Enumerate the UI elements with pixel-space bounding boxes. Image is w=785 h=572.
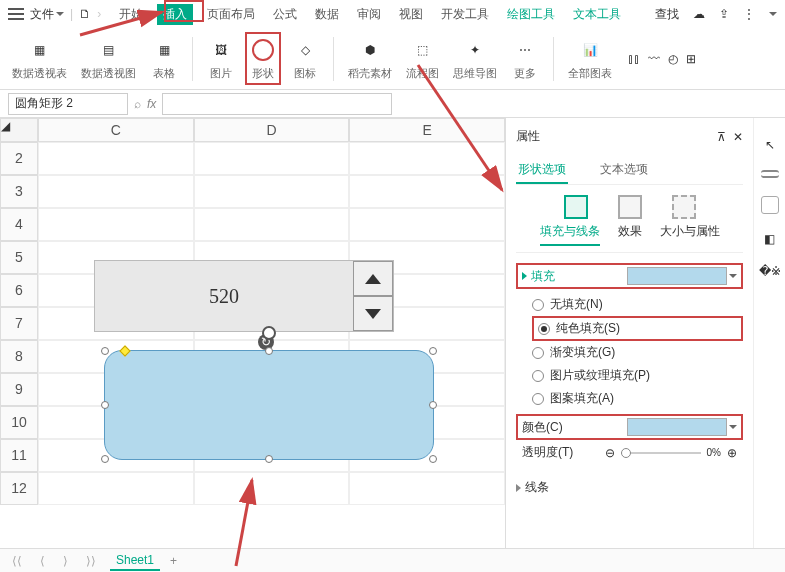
next-sheet-button[interactable]: ⟩ <box>59 554 72 568</box>
last-sheet-button[interactable]: ⟩⟩ <box>82 554 100 568</box>
fill-color-swatch[interactable] <box>627 267 727 285</box>
opacity-slider[interactable] <box>621 452 701 454</box>
row-10[interactable]: 10 <box>0 406 38 439</box>
add-sheet-button[interactable]: + <box>170 554 177 568</box>
spin-up-button[interactable] <box>353 261 393 296</box>
resize-handle[interactable] <box>265 347 273 355</box>
fill-line-icon[interactable] <box>564 195 588 219</box>
col-c[interactable]: C <box>38 118 194 142</box>
tool-icon[interactable] <box>761 196 779 214</box>
name-box[interactable]: 圆角矩形 2 <box>8 93 128 115</box>
line-section-header[interactable]: 线条 <box>516 475 743 500</box>
resize-handle[interactable] <box>429 347 437 355</box>
row-5[interactable]: 5 <box>0 241 38 274</box>
subtab-effects[interactable]: 效果 <box>618 223 642 246</box>
resize-handle[interactable] <box>429 401 437 409</box>
row-8[interactable]: 8 <box>0 340 38 373</box>
rib-pivotchart[interactable]: ▤数据透视图 <box>77 36 140 81</box>
rib-more[interactable]: ⋯更多 <box>507 36 543 81</box>
tab-view[interactable]: 视图 <box>395 4 427 25</box>
panel-tab-shape[interactable]: 形状选项 <box>516 157 568 184</box>
settings-tool-icon[interactable] <box>761 170 779 178</box>
chart-misc-icon[interactable]: ⊞ <box>686 52 696 66</box>
radio-solid-fill[interactable]: 纯色填充(S) <box>532 316 743 341</box>
close-icon[interactable]: ✕ <box>733 130 743 144</box>
rib-icon[interactable]: ◇图标 <box>287 36 323 81</box>
save-icon[interactable]: 🗋 <box>79 7 91 21</box>
spin-down-button[interactable] <box>353 296 393 331</box>
row-3[interactable]: 3 <box>0 175 38 208</box>
select-tool-icon[interactable]: ↖ <box>765 138 775 152</box>
chart-line-icon[interactable]: 〰 <box>648 52 660 66</box>
fill-section-header[interactable]: 填充 <box>516 263 743 289</box>
col-e[interactable]: E <box>349 118 505 142</box>
collapse-icon[interactable] <box>769 12 777 16</box>
resize-handle[interactable] <box>265 455 273 463</box>
caret-icon[interactable] <box>729 274 737 278</box>
row-4[interactable]: 4 <box>0 208 38 241</box>
row-12[interactable]: 12 <box>0 472 38 505</box>
tab-insert[interactable]: 插入 <box>157 4 193 25</box>
radio-picture-fill[interactable]: 图片或纹理填充(P) <box>532 364 743 387</box>
resize-handle[interactable] <box>101 401 109 409</box>
rib-shape[interactable]: 形状 <box>245 32 281 85</box>
chart-bar-icon[interactable]: ⫿⫿ <box>628 52 640 66</box>
resize-handle[interactable] <box>101 455 109 463</box>
panel-tab-text[interactable]: 文本选项 <box>598 157 650 184</box>
tab-texttools[interactable]: 文本工具 <box>569 4 625 25</box>
link-tool-icon[interactable]: �※ <box>759 264 781 278</box>
rib-allcharts[interactable]: 📊全部图表 <box>564 36 616 81</box>
pin-icon[interactable]: ⊼ <box>717 130 726 144</box>
rounded-rectangle-shape[interactable] <box>104 350 434 460</box>
rib-table[interactable]: ▦表格 <box>146 36 182 81</box>
tab-formula[interactable]: 公式 <box>269 4 301 25</box>
caret-icon[interactable] <box>729 425 737 429</box>
sheet-tab[interactable]: Sheet1 <box>110 551 160 571</box>
minus-icon[interactable]: ⊖ <box>605 446 615 460</box>
select-all[interactable]: ◢ <box>0 118 38 142</box>
resize-handle[interactable] <box>101 347 109 355</box>
radio-pattern-fill[interactable]: 图案填充(A) <box>532 387 743 410</box>
tab-data[interactable]: 数据 <box>311 4 343 25</box>
search-label[interactable]: 查找 <box>655 6 679 23</box>
plus-icon[interactable]: ⊕ <box>727 446 737 460</box>
spinner-control[interactable]: 520 <box>94 260 394 332</box>
size-prop-icon[interactable] <box>672 195 696 219</box>
subtab-size[interactable]: 大小与属性 <box>660 223 720 246</box>
formula-input[interactable] <box>162 93 392 115</box>
row-6[interactable]: 6 <box>0 274 38 307</box>
file-menu[interactable]: 文件 <box>30 6 64 23</box>
row-11[interactable]: 11 <box>0 439 38 472</box>
row-9[interactable]: 9 <box>0 373 38 406</box>
color-swatch[interactable] <box>627 418 727 436</box>
color-field[interactable]: 颜色(C) <box>516 414 743 440</box>
share-icon[interactable]: ⇪ <box>719 7 729 21</box>
resize-handle[interactable] <box>429 455 437 463</box>
radio-no-fill[interactable]: 无填充(N) <box>532 293 743 316</box>
search-glass-icon[interactable]: ⌕ <box>134 97 141 111</box>
rib-flow[interactable]: ⬚流程图 <box>402 36 443 81</box>
effects-icon[interactable] <box>618 195 642 219</box>
radio-gradient-fill[interactable]: 渐变填充(G) <box>532 341 743 364</box>
chart-pie-icon[interactable]: ◴ <box>668 52 678 66</box>
tab-drawtools[interactable]: 绘图工具 <box>503 4 559 25</box>
rotate-handle[interactable] <box>262 326 276 340</box>
more-icon[interactable]: ⋮ <box>743 7 755 21</box>
tab-layout[interactable]: 页面布局 <box>203 4 259 25</box>
rib-mind[interactable]: ✦思维导图 <box>449 36 501 81</box>
cloud-icon[interactable]: ☁ <box>693 7 705 21</box>
tab-dev[interactable]: 开发工具 <box>437 4 493 25</box>
row-2[interactable]: 2 <box>0 142 38 175</box>
rib-pic[interactable]: 🖼图片 <box>203 36 239 81</box>
sheet[interactable]: ◢ C D E 2 3 4 5 6 7 8 9 10 11 12 <box>0 118 505 548</box>
palette-tool-icon[interactable]: ◧ <box>764 232 775 246</box>
tab-review[interactable]: 审阅 <box>353 4 385 25</box>
subtab-fill-line[interactable]: 填充与线条 <box>540 223 600 246</box>
menu-icon[interactable] <box>8 8 24 20</box>
prev-sheet-button[interactable]: ⟨ <box>36 554 49 568</box>
rib-pivot[interactable]: ▦数据透视表 <box>8 36 71 81</box>
row-7[interactable]: 7 <box>0 307 38 340</box>
tab-start[interactable]: 开始 <box>115 4 147 25</box>
col-d[interactable]: D <box>194 118 350 142</box>
first-sheet-button[interactable]: ⟨⟨ <box>8 554 26 568</box>
